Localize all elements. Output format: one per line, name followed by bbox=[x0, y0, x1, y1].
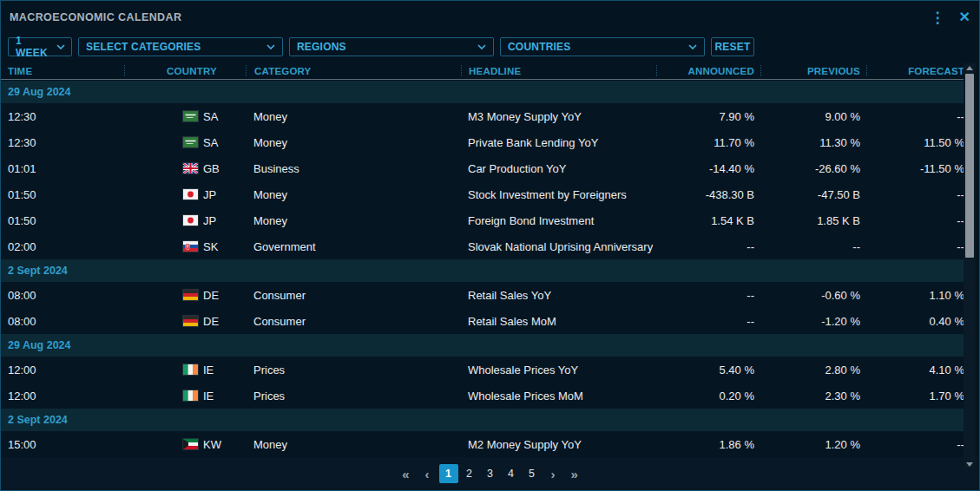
table-body: 29 Aug 202412:30SAMoneyM3 Money Supply Y… bbox=[1, 81, 964, 457]
cell-category: Money bbox=[246, 207, 461, 233]
flag-sk-icon bbox=[183, 241, 198, 252]
cell-headline: Wholesale Prices MoM bbox=[461, 383, 656, 409]
cell-time: 12:00 bbox=[1, 383, 124, 409]
page-button-2[interactable]: 2 bbox=[460, 464, 479, 483]
date-group-header: 29 Aug 2024 bbox=[1, 334, 964, 357]
flag-gb-icon bbox=[183, 163, 198, 173]
country-code: JP bbox=[203, 188, 216, 201]
cell-time: 15:00 bbox=[1, 431, 124, 457]
close-icon[interactable]: ✕ bbox=[959, 10, 970, 24]
cell-category: Business bbox=[246, 155, 461, 181]
cell-category: Consumer bbox=[246, 282, 461, 308]
first-page-icon[interactable]: « bbox=[396, 468, 415, 481]
table-row[interactable]: 08:00DEConsumerRetail Sales MoM---1.20 %… bbox=[1, 308, 964, 334]
reset-button-label: RESET bbox=[715, 41, 751, 53]
page-button-3[interactable]: 3 bbox=[481, 464, 500, 483]
pagination: « ‹ 12345 › » bbox=[1, 457, 979, 490]
table-row[interactable]: 12:00IEPricesWholesale Prices YoY5.40 %2… bbox=[1, 357, 964, 383]
country-code: KW bbox=[203, 438, 221, 451]
flag-ie-icon bbox=[183, 390, 198, 401]
flag-ie-icon bbox=[183, 364, 198, 375]
cell-previous: -47.50 B bbox=[760, 181, 866, 207]
cell-forecast: 1.10 % bbox=[866, 282, 964, 308]
column-header-previous[interactable]: PREVIOUS bbox=[760, 65, 866, 76]
cell-forecast: -- bbox=[866, 103, 964, 129]
countries-dropdown-value: COUNTRIES bbox=[508, 41, 570, 53]
scrollbar-thumb[interactable] bbox=[965, 74, 974, 258]
table-row[interactable]: 01:50JPMoneyForeign Bond Investment1.54 … bbox=[1, 207, 964, 233]
table-row[interactable]: 15:00KWMoneyM2 Money Supply YoY1.86 %1.2… bbox=[1, 431, 964, 457]
cell-time: 01:50 bbox=[1, 207, 124, 233]
date-group-label: 2 Sept 2024 bbox=[8, 414, 68, 426]
table-row[interactable]: 01:01GBBusinessCar Production YoY-14.40 … bbox=[1, 155, 964, 181]
table-row[interactable]: 08:00DEConsumerRetail Sales YoY---0.60 %… bbox=[1, 282, 964, 308]
cell-country: SA bbox=[124, 103, 246, 129]
last-page-icon[interactable]: » bbox=[565, 468, 584, 481]
country-code: JP bbox=[203, 214, 216, 227]
cell-time: 12:30 bbox=[1, 129, 124, 155]
column-header-category[interactable]: CATEGORY bbox=[246, 65, 461, 76]
table-row[interactable]: 12:00IEPricesWholesale Prices MoM0.20 %2… bbox=[1, 383, 964, 409]
cell-headline: Retail Sales MoM bbox=[461, 308, 656, 334]
cell-previous: -0.60 % bbox=[760, 282, 866, 308]
date-group-label: 29 Aug 2024 bbox=[8, 339, 71, 351]
cell-announced: 1.86 % bbox=[656, 431, 760, 457]
cell-category: Money bbox=[246, 103, 461, 129]
previous-page-icon[interactable]: ‹ bbox=[419, 468, 436, 481]
cell-headline: Foreign Bond Investment bbox=[461, 207, 656, 233]
scroll-up-icon[interactable] bbox=[966, 66, 973, 70]
cell-previous: 2.30 % bbox=[760, 383, 866, 409]
cell-announced: 11.70 % bbox=[656, 129, 760, 155]
column-header-headline[interactable]: HEADLINE bbox=[461, 65, 656, 76]
country-code: DE bbox=[203, 289, 219, 302]
column-header-announced[interactable]: ANNOUNCED bbox=[656, 65, 760, 76]
cell-category: Money bbox=[246, 431, 461, 457]
page-title: MACROECONOMIC CALENDAR bbox=[10, 11, 181, 23]
table-row[interactable]: 12:30SAMoneyPrivate Bank Lending YoY11.7… bbox=[1, 129, 964, 155]
flag-de-icon bbox=[183, 316, 198, 326]
cell-previous: 2.80 % bbox=[760, 357, 866, 383]
table-row[interactable]: 02:00SKGovernmentSlovak National Uprisin… bbox=[1, 233, 964, 259]
country-code: IE bbox=[203, 390, 214, 403]
page-button-5[interactable]: 5 bbox=[523, 464, 542, 483]
cell-previous: -26.60 % bbox=[760, 155, 866, 181]
cell-country: IE bbox=[124, 357, 246, 383]
title-bar: MACROECONOMIC CALENDAR ⋮ ✕ bbox=[1, 1, 979, 34]
page-button-4[interactable]: 4 bbox=[502, 464, 521, 483]
cell-country: DE bbox=[124, 308, 246, 334]
page-button-1[interactable]: 1 bbox=[439, 464, 458, 483]
date-group-header: 2 Sept 2024 bbox=[1, 409, 964, 431]
cell-forecast: -11.50 % bbox=[866, 155, 964, 181]
column-header-country[interactable]: COUNTRY bbox=[124, 65, 246, 76]
cell-country: SK bbox=[124, 233, 246, 259]
cell-announced: 5.40 % bbox=[656, 357, 760, 383]
vertical-scrollbar[interactable] bbox=[964, 63, 976, 469]
country-code: SK bbox=[203, 240, 218, 253]
titlebar-actions: ⋮ ✕ bbox=[931, 10, 970, 25]
cell-country: DE bbox=[124, 282, 246, 308]
date-group-header: 29 Aug 2024 bbox=[1, 81, 964, 103]
period-dropdown[interactable]: 1 WEEK bbox=[8, 37, 72, 56]
categories-dropdown[interactable]: SELECT CATEGORIES bbox=[78, 37, 283, 56]
next-page-icon[interactable]: › bbox=[545, 468, 562, 481]
cell-time: 12:30 bbox=[1, 103, 124, 129]
regions-dropdown[interactable]: REGIONS bbox=[289, 37, 494, 56]
cell-forecast: -- bbox=[866, 431, 964, 457]
table-row[interactable]: 12:30SAMoneyM3 Money Supply YoY7.90 %9.0… bbox=[1, 103, 964, 129]
reset-button[interactable]: RESET bbox=[711, 37, 754, 56]
column-header-time[interactable]: TIME bbox=[1, 65, 124, 76]
column-header-forecast[interactable]: FORECAST bbox=[866, 65, 964, 76]
cell-category: Prices bbox=[246, 357, 461, 383]
cell-headline: Retail Sales YoY bbox=[461, 282, 656, 308]
cell-forecast: -- bbox=[866, 207, 964, 233]
scroll-down-icon[interactable] bbox=[966, 462, 973, 467]
cell-previous: 1.85 K B bbox=[760, 207, 866, 233]
table-row[interactable]: 01:50JPMoneyStock Investment by Foreigne… bbox=[1, 181, 964, 207]
cell-country: IE bbox=[124, 383, 246, 409]
date-group-header: 2 Sept 2024 bbox=[1, 259, 964, 282]
cell-country: GB bbox=[124, 155, 246, 181]
date-group-label: 29 Aug 2024 bbox=[8, 86, 71, 98]
cell-headline: Stock Investment by Foreigners bbox=[461, 181, 656, 207]
countries-dropdown[interactable]: COUNTRIES bbox=[500, 37, 705, 56]
kebab-menu-icon[interactable]: ⋮ bbox=[931, 10, 945, 25]
